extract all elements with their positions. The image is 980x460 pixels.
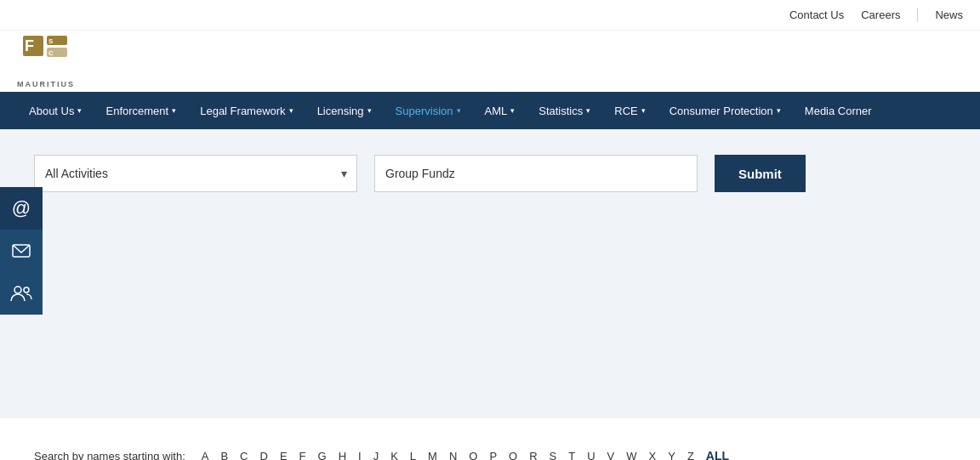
top-bar: Contact Us Careers News [0, 0, 980, 31]
svg-text:S: S [48, 37, 54, 45]
nav-licensing-caret: ▾ [368, 106, 372, 115]
alpha-q[interactable]: Q [504, 448, 521, 461]
careers-link[interactable]: Careers [861, 9, 900, 21]
activity-select-wrapper: All Activities ▾ [34, 155, 357, 192]
nav-enforcement[interactable]: Enforcement ▾ [94, 92, 188, 129]
activity-select[interactable]: All Activities [34, 155, 357, 192]
alpha-w[interactable]: W [622, 448, 641, 461]
main-nav: About Us ▾ Enforcement ▾ Legal Framework… [0, 92, 980, 129]
nav-supervision[interactable]: Supervision ▾ [384, 92, 473, 129]
nav-media-corner-label: Media Corner [805, 105, 872, 117]
nav-rce-caret: ▾ [641, 106, 646, 115]
main-content: All Activities ▾ Submit [0, 129, 980, 418]
group-side-icon[interactable] [0, 272, 43, 315]
nav-statistics-label: Statistics [538, 105, 583, 117]
alpha-h[interactable]: H [334, 448, 350, 461]
nav-licensing[interactable]: Licensing ▾ [305, 92, 384, 129]
nav-about-us-caret: ▾ [77, 106, 82, 115]
nav-about-us[interactable]: About Us ▾ [17, 92, 94, 129]
nav-licensing-label: Licensing [317, 105, 364, 117]
nav-supervision-caret: ▾ [457, 106, 461, 115]
alpha-z[interactable]: Z [683, 448, 698, 461]
nav-consumer-protection[interactable]: Consumer Protection ▾ [658, 92, 793, 129]
alpha-d[interactable]: D [255, 448, 271, 461]
logo-svg: F S C [21, 34, 71, 78]
alpha-f[interactable]: F [295, 448, 311, 461]
nav-supervision-label: Supervision [396, 105, 453, 117]
nav-enforcement-label: Enforcement [105, 105, 168, 117]
alpha-j[interactable]: J [369, 448, 384, 461]
nav-statistics-caret: ▾ [586, 106, 590, 115]
alpha-v[interactable]: V [603, 448, 619, 461]
alpha-m[interactable]: M [424, 448, 442, 461]
svg-text:C: C [48, 49, 54, 57]
alpha-y[interactable]: Y [664, 448, 680, 461]
header: F S C MAURITIUS [0, 31, 980, 92]
nav-legal-framework-label: Legal Framework [200, 105, 285, 117]
alpha-n[interactable]: N [445, 448, 461, 461]
alpha-all[interactable]: ALL [702, 447, 733, 460]
nav-rce[interactable]: RCE ▾ [602, 92, 657, 129]
alpha-c[interactable]: C [236, 448, 252, 461]
alpha-section: Search by names starting with: A B C D E… [0, 418, 980, 460]
nav-enforcement-caret: ▾ [172, 106, 176, 115]
alpha-i[interactable]: I [354, 448, 366, 461]
alpha-p[interactable]: P [485, 448, 501, 461]
email-side-icon[interactable]: @ [0, 187, 43, 230]
nav-consumer-protection-label: Consumer Protection [669, 105, 773, 117]
nav-legal-framework-caret: ▾ [289, 106, 293, 115]
submit-button[interactable]: Submit [715, 155, 806, 192]
search-row: All Activities ▾ Submit [34, 155, 946, 192]
nav-consumer-protection-caret: ▾ [777, 106, 781, 115]
side-icons: @ [0, 187, 43, 315]
svg-text:F: F [25, 37, 34, 54]
nav-aml-caret: ▾ [510, 106, 515, 115]
alpha-x[interactable]: X [645, 448, 661, 461]
nav-about-us-label: About Us [29, 105, 74, 117]
nav-rce-label: RCE [614, 105, 637, 117]
alpha-t[interactable]: T [564, 448, 579, 461]
top-bar-divider [917, 9, 918, 22]
search-input[interactable] [374, 155, 698, 192]
alpha-a[interactable]: A [197, 448, 214, 461]
nav-aml-label: AML [485, 105, 508, 117]
alpha-u[interactable]: U [583, 448, 599, 461]
contact-us-link[interactable]: Contact Us [789, 9, 844, 21]
alpha-o[interactable]: O [464, 448, 481, 461]
nav-aml[interactable]: AML ▾ [473, 92, 527, 129]
logo-container[interactable]: F S C MAURITIUS [17, 34, 75, 88]
alpha-label: Search by names starting with: [34, 450, 185, 461]
alpha-row: Search by names starting with: A B C D E… [34, 435, 946, 460]
news-link[interactable]: News [935, 9, 963, 21]
svg-point-7 [14, 287, 21, 293]
alpha-s[interactable]: S [545, 448, 561, 461]
alpha-r[interactable]: R [525, 448, 541, 461]
logo-text: MAURITIUS [17, 80, 75, 88]
alpha-e[interactable]: E [276, 448, 292, 461]
alpha-l[interactable]: L [406, 448, 420, 461]
alpha-b[interactable]: B [216, 448, 232, 461]
nav-statistics[interactable]: Statistics ▾ [527, 92, 602, 129]
nav-legal-framework[interactable]: Legal Framework ▾ [188, 92, 305, 129]
mail-side-icon[interactable] [0, 230, 43, 272]
alpha-k[interactable]: K [386, 448, 402, 461]
nav-media-corner[interactable]: Media Corner [793, 92, 884, 129]
alpha-g[interactable]: G [314, 448, 331, 461]
svg-point-8 [24, 287, 29, 292]
